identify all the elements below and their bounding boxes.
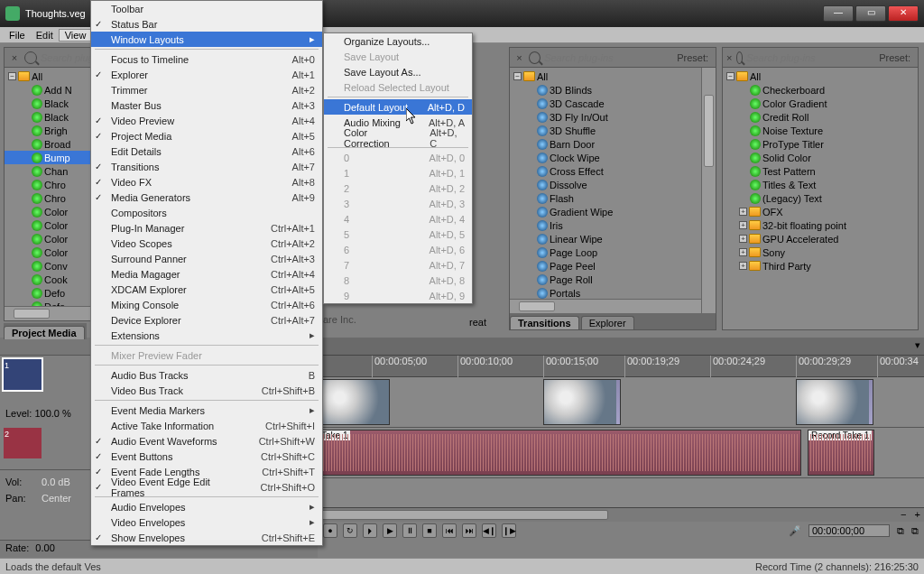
tree-folder[interactable]: +32-bit floating point xyxy=(723,218,918,232)
menu-item[interactable]: Plug-In ManagerCtrl+Alt+1 xyxy=(91,220,322,236)
tree-item[interactable]: Noise Texture xyxy=(723,124,918,137)
tree-item[interactable]: 3D Blinds xyxy=(510,83,716,97)
menu-item[interactable]: Video ScopesCtrl+Alt+2 xyxy=(91,236,322,251)
menu-item[interactable]: ✓ExplorerAlt+1 xyxy=(91,67,322,82)
tree-item[interactable]: Test Pattern xyxy=(723,164,918,178)
audio-clip[interactable]: Take 1 xyxy=(318,430,801,476)
tree-root[interactable]: −All xyxy=(723,69,918,83)
video-track[interactable] xyxy=(318,377,924,428)
loop-button[interactable]: ↻ xyxy=(343,523,357,538)
next-button[interactable]: ❙▶ xyxy=(502,523,516,538)
timeline-toolbar[interactable]: ▾ xyxy=(318,338,924,356)
tree-item[interactable]: Credit Roll xyxy=(723,110,918,124)
tree-item[interactable]: Page Loop xyxy=(510,245,716,259)
tc-icon[interactable]: ⧉ xyxy=(911,525,919,537)
panel-close-icon[interactable]: × xyxy=(726,52,733,63)
menu-item[interactable]: Audio Envelopes▸ xyxy=(91,499,322,514)
menu-item[interactable]: Video Bus TrackCtrl+Shift+B xyxy=(91,383,322,398)
tree-item[interactable]: Page Roll xyxy=(510,273,716,286)
menu-item[interactable]: Active Take InformationCtrl+Shift+I xyxy=(91,418,322,433)
rate-value[interactable]: 0.00 xyxy=(35,542,54,553)
ruler[interactable]: 00:00:05;0000:00:10;0000:00:15;0000:00:1… xyxy=(318,356,924,377)
panel-close-icon[interactable]: × xyxy=(8,52,21,63)
menu-item[interactable]: ✓Show EnvelopesCtrl+Shift+E xyxy=(91,530,322,545)
menu-item[interactable]: Color CorrectionAlt+D, C xyxy=(324,130,472,145)
track-header-1[interactable]: 1 xyxy=(4,359,42,390)
search-input[interactable] xyxy=(746,52,872,63)
menu-item[interactable]: Organize Layouts... xyxy=(324,33,472,49)
tree-folder[interactable]: +OFX xyxy=(723,205,918,218)
tree-item[interactable]: ProType Titler xyxy=(723,137,918,151)
tree-item[interactable]: Iris xyxy=(510,218,716,232)
view-menu[interactable]: Toolbar✓Status BarWindow Layouts▸Focus t… xyxy=(90,0,323,546)
tl-dropdown-icon[interactable]: ▾ xyxy=(911,338,924,353)
menu-item[interactable]: ✓Video FXAlt+8 xyxy=(91,174,322,190)
menu-item[interactable]: Audio Bus TracksB xyxy=(91,367,322,383)
menu-item[interactable]: Focus to TimelineAlt+0 xyxy=(91,51,322,67)
stop-button[interactable]: ■ xyxy=(422,523,437,538)
mediagen-tree[interactable]: −AllCheckerboardColor GradientCredit Rol… xyxy=(723,68,918,274)
vol-value[interactable]: 0.0 dB xyxy=(42,477,70,487)
track-header-2[interactable]: 2 xyxy=(4,428,42,458)
timeline-hscrollbar[interactable]: − + xyxy=(318,507,924,522)
menu-item[interactable]: Event Media Markers▸ xyxy=(91,403,322,418)
close-button[interactable]: ✕ xyxy=(888,5,919,22)
tab-project-media[interactable]: Project Media xyxy=(4,326,85,339)
record-button[interactable]: ● xyxy=(323,523,337,538)
tree-item[interactable]: Page Peel xyxy=(510,259,716,273)
window-layouts-submenu[interactable]: Organize Layouts...Save LayoutSave Layou… xyxy=(323,32,473,304)
tree-item[interactable]: 3D Cascade xyxy=(510,97,716,110)
menu-item[interactable]: Surround PannerCtrl+Alt+3 xyxy=(91,251,322,266)
menu-item[interactable]: Device ExplorerCtrl+Alt+7 xyxy=(91,312,322,328)
tree-folder[interactable]: +Third Party xyxy=(723,259,918,273)
tree-item[interactable]: Titles & Text xyxy=(723,178,918,191)
tree-folder[interactable]: +Sony xyxy=(723,245,918,259)
menu-item[interactable]: Edit DetailsAlt+6 xyxy=(91,144,322,159)
tree-folder[interactable]: +GPU Accelerated xyxy=(723,232,918,245)
tree-item[interactable]: Color Gradient xyxy=(723,97,918,110)
tree-item[interactable]: Portals xyxy=(510,286,716,300)
menu-item[interactable]: Window Layouts▸ xyxy=(91,32,322,47)
menu-item[interactable]: TrimmerAlt+2 xyxy=(91,82,322,97)
tree-item[interactable]: (Legacy) Text xyxy=(723,191,918,205)
menu-item[interactable]: ✓Media GeneratorsAlt+9 xyxy=(91,190,322,205)
menu-item[interactable]: ✓Event ButtonsCtrl+Shift+C xyxy=(91,449,322,464)
menu-item[interactable]: ✓Project MediaAlt+5 xyxy=(91,128,322,144)
menu-item[interactable]: XDCAM ExplorerCtrl+Alt+5 xyxy=(91,282,322,297)
maximize-button[interactable]: ▭ xyxy=(855,5,886,22)
timecode-field[interactable] xyxy=(808,524,890,537)
menu-item[interactable]: ✓TransitionsAlt+7 xyxy=(91,159,322,174)
tree-item[interactable]: Linear Wipe xyxy=(510,232,716,245)
pan-value[interactable]: Center xyxy=(42,493,71,504)
audio-clip-rec[interactable]: Record Take 1 xyxy=(808,430,874,476)
transitions-tree[interactable]: −All3D Blinds3D Cascade3D Fly In/Out3D S… xyxy=(510,68,716,301)
menu-item[interactable]: Extensions▸ xyxy=(91,328,322,343)
tree-item[interactable]: Cross Effect xyxy=(510,164,716,178)
menu-item[interactable]: ✓Audio Event WaveformsCtrl+Shift+W xyxy=(91,433,322,449)
menu-item[interactable]: Toolbar xyxy=(91,1,322,16)
tree-item[interactable]: 3D Shuffle xyxy=(510,124,716,137)
tab-transitions[interactable]: Transitions xyxy=(510,316,579,329)
panel-close-icon[interactable]: × xyxy=(513,52,525,63)
play-start-button[interactable]: ⏵ xyxy=(363,523,377,538)
video-clip[interactable] xyxy=(796,379,873,425)
prev-button[interactable]: ◀❙ xyxy=(482,523,496,538)
tree-item[interactable]: Checkerboard xyxy=(723,83,918,97)
tree-item[interactable]: Gradient Wipe xyxy=(510,205,716,218)
tree-item[interactable]: 3D Fly In/Out xyxy=(510,110,716,124)
tree-item[interactable]: Clock Wipe xyxy=(510,151,716,164)
pause-button[interactable]: ⏸ xyxy=(402,523,417,538)
tc-icon[interactable]: ⧉ xyxy=(897,525,904,537)
end-button[interactable]: ⏭ xyxy=(462,523,476,538)
tree-item[interactable]: Barn Door xyxy=(510,137,716,151)
video-clip[interactable] xyxy=(543,379,621,425)
menu-item[interactable]: Mixing ConsoleCtrl+Alt+6 xyxy=(91,297,322,312)
play-button[interactable]: ▶ xyxy=(383,523,397,538)
menu-item[interactable]: ✓Video PreviewAlt+4 xyxy=(91,113,322,128)
menu-edit[interactable]: Edit xyxy=(31,30,59,41)
search-input[interactable] xyxy=(544,52,670,63)
video-clip[interactable] xyxy=(318,379,390,425)
start-button[interactable]: ⏮ xyxy=(442,523,457,538)
menu-view[interactable]: View xyxy=(59,29,93,42)
minimize-button[interactable]: — xyxy=(823,5,854,22)
